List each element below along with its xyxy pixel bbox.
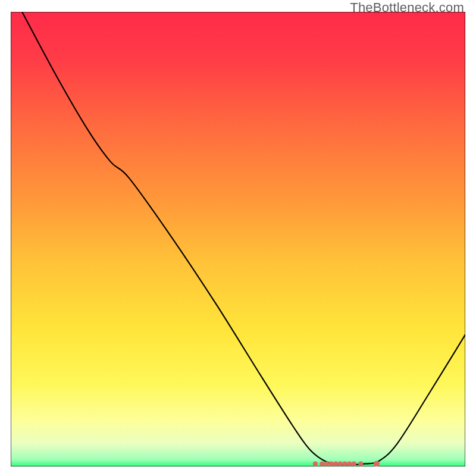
chart-background (11, 12, 465, 466)
marker-dot (320, 461, 324, 466)
marker-dot (338, 461, 343, 466)
marker-dot (329, 461, 334, 466)
bottleneck-chart (11, 12, 465, 466)
marker-dot (358, 461, 363, 466)
marker-dot (352, 461, 356, 466)
marker-dot (324, 461, 329, 466)
chart-frame (11, 12, 465, 466)
marker-dot (374, 461, 380, 466)
marker-dot (313, 461, 318, 466)
marker-dot (333, 461, 338, 466)
marker-dot (343, 461, 347, 466)
marker-dot (347, 461, 352, 466)
